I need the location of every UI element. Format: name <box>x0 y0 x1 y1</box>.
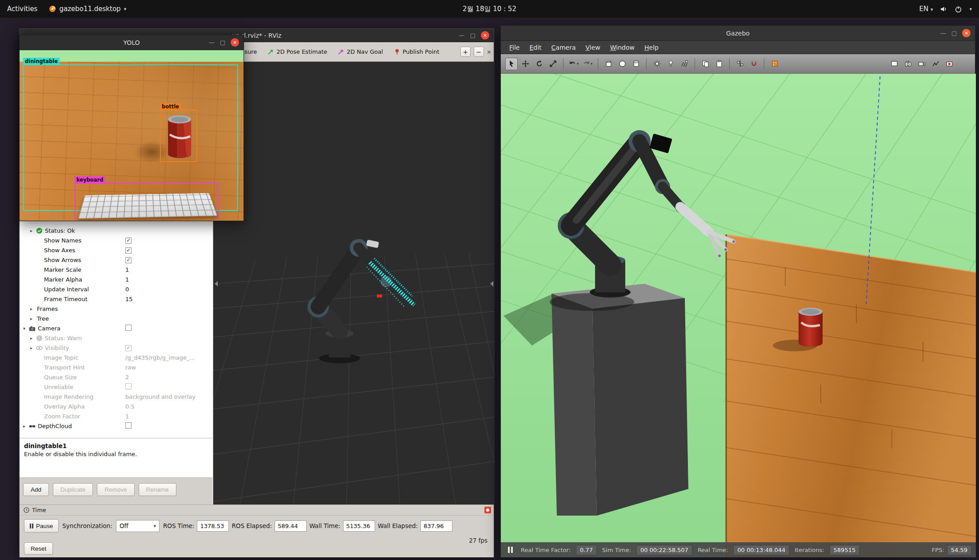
pointlight-tool-icon[interactable] <box>651 58 663 70</box>
tree-row-depthcloud[interactable]: ▸DepthCloud <box>20 421 212 431</box>
duplicate-button[interactable]: Duplicate <box>53 483 93 496</box>
undo-tool-icon[interactable]: ▾ <box>567 58 580 70</box>
dirlight-tool-icon[interactable] <box>678 58 691 70</box>
gazebo-3d-view[interactable]: Real Time Factor:0.77Sim Time:00 00:22:5… <box>501 74 976 557</box>
checkbox[interactable] <box>125 383 132 389</box>
ros-elapsed-field[interactable]: 589.44 <box>275 520 307 532</box>
tree-row-zoom-factor[interactable]: Zoom Factor1 <box>20 411 212 421</box>
tree-row-value[interactable]: 1 <box>125 266 129 273</box>
menu-file[interactable]: File <box>504 44 524 51</box>
menu-camera[interactable]: Camera <box>547 44 581 51</box>
menu-edit[interactable]: Edit <box>524 44 546 51</box>
tree-row-show-names[interactable]: Show Names✓ <box>20 235 212 245</box>
yolo-titlebar[interactable]: YOLO — □ × <box>20 35 244 50</box>
videocam-tool-icon[interactable] <box>915 58 928 70</box>
tree-row-marker-alpha[interactable]: Marker Alpha1 <box>20 274 212 284</box>
tree-row-unreliable[interactable]: Unreliable <box>20 382 212 392</box>
wall-time-field[interactable]: 5135.36 <box>343 520 375 532</box>
spotlight-tool-icon[interactable] <box>664 58 677 70</box>
tool-2d-pose-estimate[interactable]: 2D Pose Estimate <box>264 46 330 57</box>
reset-button[interactable]: Reset <box>24 542 53 555</box>
tree-row-show-axes[interactable]: Show Axes✓ <box>20 245 212 255</box>
checkbox[interactable]: ✓ <box>125 247 132 254</box>
toolbar-overflow-icon[interactable]: » <box>487 48 491 56</box>
maximize-icon[interactable]: □ <box>470 32 476 38</box>
align-tool-icon[interactable] <box>734 58 746 70</box>
minimize-icon[interactable]: — <box>940 30 946 36</box>
tree-row-value[interactable]: raw <box>125 364 136 371</box>
gazebo-titlebar[interactable]: Gazebo — □ × <box>501 26 975 41</box>
box-tool-icon[interactable] <box>602 58 615 70</box>
tree-row-tree[interactable]: ▸Tree <box>20 314 212 323</box>
tree-row-value[interactable]: 0 <box>125 286 129 293</box>
sphere-tool-icon[interactable] <box>616 58 628 70</box>
activities-button[interactable]: Activities <box>7 5 37 13</box>
keyboard-layout-button[interactable]: EN ▾ <box>919 5 933 13</box>
record-tool-icon[interactable] <box>943 58 955 70</box>
screen-tool-icon[interactable] <box>888 58 900 70</box>
tree-row-frames[interactable]: ▸Frames <box>20 304 212 314</box>
scale-tool-icon[interactable] <box>547 58 559 70</box>
tree-row-value[interactable]: 1 <box>125 276 129 283</box>
tree-row-visibility[interactable]: ▸Visibility✓ <box>20 343 212 353</box>
tree-row-value[interactable]: /g_d435/rgb/g_image_... <box>125 354 195 361</box>
tree-row-show-arrows[interactable]: Show Arrows✓ <box>20 255 212 265</box>
tree-row-image-topic[interactable]: Image Topic/g_d435/rgb/g_image_... <box>20 353 212 362</box>
minimize-icon[interactable]: — <box>209 40 215 45</box>
tree-row-marker-scale[interactable]: Marker Scale1 <box>20 265 212 274</box>
menu-help[interactable]: Help <box>639 44 663 51</box>
rename-button[interactable]: Rename <box>139 483 176 496</box>
select-tool-icon[interactable] <box>505 58 518 70</box>
wall-elapsed-field[interactable]: 837.96 <box>420 520 452 532</box>
chevron-right-icon[interactable]: ▸ <box>23 424 29 429</box>
tree-row-value[interactable]: 1 <box>125 413 129 420</box>
tree-row-value[interactable]: 0.5 <box>125 403 135 410</box>
menu-window[interactable]: Window <box>605 44 639 51</box>
chevron-right-icon[interactable]: ▸ <box>30 336 36 341</box>
menu-view[interactable]: View <box>581 44 605 51</box>
tree-row-value[interactable]: background and overlay <box>125 393 196 400</box>
chevron-right-icon[interactable]: ▸ <box>30 346 36 350</box>
tree-row-value[interactable]: 2 <box>125 374 129 381</box>
tool-publish-point[interactable]: Publish Point <box>391 46 443 57</box>
maximize-icon[interactable]: □ <box>951 30 957 36</box>
panel-collapse-left-icon[interactable] <box>215 281 218 286</box>
minimize-icon[interactable]: — <box>459 32 465 38</box>
cylinder-tool-icon[interactable] <box>630 58 642 70</box>
chevron-right-icon[interactable]: ▸ <box>30 316 36 321</box>
chevron-down-icon[interactable]: ▾ <box>23 326 29 331</box>
synchronization-select[interactable]: Off▾ <box>116 520 160 532</box>
maximize-icon[interactable]: □ <box>220 40 225 45</box>
tree-row-overlay-alpha[interactable]: Overlay Alpha0.5 <box>20 401 212 411</box>
rotate-tool-icon[interactable] <box>533 58 545 70</box>
volume-icon[interactable] <box>940 5 947 13</box>
paste-tool-icon[interactable] <box>713 58 725 70</box>
checkbox[interactable]: ✓ <box>125 238 132 244</box>
add-tool-button[interactable]: + <box>460 47 471 57</box>
snap-tool-icon[interactable] <box>747 58 760 70</box>
translate-tool-icon[interactable] <box>519 58 531 70</box>
checkbox[interactable] <box>125 325 132 331</box>
rviz-3d-view[interactable] <box>213 62 495 504</box>
close-icon[interactable]: × <box>231 38 239 47</box>
tree-row-value[interactable]: 15 <box>125 296 133 302</box>
tree-row-status-warn[interactable]: ▸!Status: Warn <box>20 333 212 343</box>
close-icon[interactable]: × <box>962 29 971 37</box>
system-menu-chevron-icon[interactable]: ▾ <box>969 6 972 12</box>
remove-tool-button[interactable]: − <box>474 47 484 57</box>
ros-time-field[interactable]: 1378.53 <box>197 520 229 532</box>
tree-row-update-interval[interactable]: Update Interval0 <box>20 284 212 294</box>
tree-row-camera[interactable]: ▾Camera <box>20 323 212 333</box>
checkbox[interactable]: ✓ <box>125 345 132 351</box>
remove-button[interactable]: Remove <box>97 483 134 496</box>
checkbox[interactable] <box>125 422 132 429</box>
tree-row-image-rendering[interactable]: Image Renderingbackground and overlay <box>20 392 212 401</box>
redo-tool-icon[interactable]: ▾ <box>581 58 594 70</box>
close-icon[interactable]: × <box>481 31 489 40</box>
chevron-right-icon[interactable]: ▸ <box>30 306 36 311</box>
time-panel-close-button[interactable] <box>484 507 491 513</box>
pause-button[interactable]: Pause <box>24 519 59 532</box>
app-menu-button[interactable]: gazebo11.desktop ▾ <box>49 5 126 13</box>
panel-collapse-right-icon[interactable] <box>490 281 493 286</box>
pause-button[interactable] <box>505 547 515 553</box>
